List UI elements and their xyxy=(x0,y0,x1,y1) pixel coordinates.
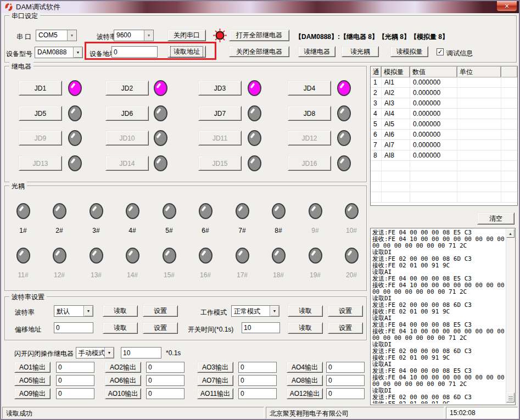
ao7-output-button[interactable]: AO7输出 xyxy=(197,375,233,386)
table-row[interactable]: 2AI20.000000 xyxy=(371,88,517,98)
table-row[interactable]: 4AI40.000000 xyxy=(371,109,517,119)
relay-button-jd13[interactable]: JD13 xyxy=(19,156,62,171)
baud-select[interactable]: 9600 xyxy=(114,30,154,41)
ao11-output-input[interactable] xyxy=(238,388,277,399)
baudrate-set-button[interactable]: 设置 xyxy=(143,305,178,317)
table-row[interactable]: 5AI50.000000 xyxy=(371,119,517,130)
relay-button-jd5[interactable]: JD5 xyxy=(19,106,62,121)
read-relays-button[interactable]: 读继电器 xyxy=(298,46,336,57)
opto-indicator-15 xyxy=(163,248,176,264)
table-row[interactable]: 7AI70.000000 xyxy=(371,140,517,150)
relay-button-jd12[interactable]: JD12 xyxy=(288,131,331,145)
open-all-relays-button[interactable]: 打开全部继电器 xyxy=(229,30,289,41)
relay-button-jd15[interactable]: JD15 xyxy=(198,156,242,171)
relay-button-jd14[interactable]: JD14 xyxy=(105,156,149,171)
app-window: DAM调试软件 ✕ 串口设定 串 口 COM5 波特率 9600 关闭串口 打开 xyxy=(0,0,520,420)
ao4-output-button[interactable]: AO4输出 xyxy=(287,362,323,373)
opto-indicator-8 xyxy=(272,203,286,219)
baudrate-label: 波特率 xyxy=(15,308,35,317)
ao6-output-button[interactable]: AO6输出 xyxy=(105,375,141,386)
ao3-output-input[interactable] xyxy=(238,362,277,373)
ao10-output-button[interactable]: AO10输出 xyxy=(105,388,141,399)
opto-label-18: 18# xyxy=(267,271,289,279)
ao8-output-button[interactable]: AO8输出 xyxy=(287,375,323,386)
device-address-input[interactable] xyxy=(111,46,158,58)
log-scrollbar[interactable] xyxy=(506,229,515,404)
switch-time-set-button[interactable]: 设置 xyxy=(328,322,363,334)
flash-time-input[interactable] xyxy=(121,347,161,359)
chevron-down-icon[interactable] xyxy=(270,306,279,316)
ao9-output-button[interactable]: AO9输出 xyxy=(14,388,51,399)
work-mode-select[interactable]: 正常模式 xyxy=(231,305,279,317)
switch-time-read-button[interactable]: 读取 xyxy=(288,322,323,334)
chevron-down-icon[interactable] xyxy=(67,30,76,41)
chevron-down-icon[interactable] xyxy=(73,47,82,58)
serial-group-label: 串口设定 xyxy=(9,12,40,21)
scrollbar-thumb[interactable] xyxy=(506,393,515,402)
ao5-output-button[interactable]: AO5输出 xyxy=(14,375,51,386)
relay-button-jd6[interactable]: JD6 xyxy=(105,106,149,121)
relay-button-jd8[interactable]: JD8 xyxy=(288,106,331,121)
relay-button-jd3[interactable]: JD3 xyxy=(198,81,242,96)
ao6-output-input[interactable] xyxy=(146,375,184,386)
read-analog-button[interactable]: 读模拟量 xyxy=(390,46,428,57)
relay-button-jd16[interactable]: JD16 xyxy=(288,156,331,171)
relay-button-jd7[interactable]: JD7 xyxy=(198,106,242,121)
ao1-output-input[interactable] xyxy=(56,362,94,373)
read-address-button[interactable]: 读取地址 xyxy=(167,46,206,58)
chevron-down-icon[interactable] xyxy=(144,30,153,41)
ao10-output-input[interactable] xyxy=(146,388,184,399)
ao12-output-input[interactable] xyxy=(326,388,365,399)
close-button[interactable]: ✕ xyxy=(496,1,517,12)
table-row[interactable]: 3AI30.000000 xyxy=(371,98,517,109)
baudrate-read-button[interactable]: 读取 xyxy=(103,305,138,317)
close-serial-button[interactable]: 关闭串口 xyxy=(167,30,206,41)
table-row[interactable]: 1AI10.000000 xyxy=(371,77,517,88)
relay-button-jd10[interactable]: JD10 xyxy=(105,131,149,145)
opto-label-2: 2# xyxy=(48,227,70,234)
read-opto-button[interactable]: 读光耦 xyxy=(342,46,379,57)
opto-group-label: 光耦 xyxy=(9,182,27,191)
table-row[interactable]: 6AI60.000000 xyxy=(371,130,517,140)
ao7-output-input[interactable] xyxy=(238,375,277,386)
chevron-down-icon[interactable] xyxy=(83,306,93,316)
scroll-up-icon[interactable] xyxy=(506,229,515,238)
debug-info-checkbox[interactable]: ✓ xyxy=(437,48,444,55)
opto-label-14: 14# xyxy=(121,271,143,279)
opto-indicator-5 xyxy=(163,203,176,219)
opto-label-13: 13# xyxy=(85,271,107,279)
table-row[interactable]: 8AI80.000000 xyxy=(371,150,517,161)
ao1-output-button[interactable]: AO1输出 xyxy=(14,362,51,373)
offset-set-button[interactable]: 设置 xyxy=(143,322,178,334)
ao4-output-input[interactable] xyxy=(326,362,365,373)
relay-indicator-jd5 xyxy=(68,105,82,121)
ao12-output-button[interactable]: AO12输出 xyxy=(287,388,323,399)
offset-read-button[interactable]: 读取 xyxy=(103,322,138,334)
port-select[interactable]: COM5 xyxy=(36,30,77,41)
ao8-output-input[interactable] xyxy=(326,375,365,386)
ao3-output-button[interactable]: AO3输出 xyxy=(197,362,233,373)
baudrate-select[interactable]: 默认 xyxy=(54,305,93,317)
relay-button-jd2[interactable]: JD2 xyxy=(105,81,149,96)
opto-indicator-7 xyxy=(236,203,249,219)
opto-indicator-20 xyxy=(345,248,359,264)
work-mode-set-button[interactable]: 设置 xyxy=(328,305,363,317)
close-all-relays-button[interactable]: 关闭全部继电器 xyxy=(229,46,289,57)
flash-mode-select[interactable]: 手动模式 xyxy=(76,347,114,359)
ao9-output-input[interactable] xyxy=(56,388,94,399)
relay-button-jd4[interactable]: JD4 xyxy=(288,81,331,96)
ao5-output-input[interactable] xyxy=(56,375,94,386)
offset-address-input[interactable] xyxy=(54,322,93,333)
work-mode-read-button[interactable]: 读取 xyxy=(288,305,323,317)
relay-button-jd1[interactable]: JD1 xyxy=(19,81,62,96)
switch-time-input[interactable] xyxy=(242,322,280,333)
ao2-output-button[interactable]: AO2输出 xyxy=(105,362,141,373)
ao2-output-input[interactable] xyxy=(146,362,184,373)
ao11-output-button[interactable]: AO11输出 xyxy=(197,388,233,399)
clear-log-button[interactable]: 清空 xyxy=(477,212,515,225)
relay-button-jd11[interactable]: JD11 xyxy=(198,131,242,145)
device-model-select[interactable]: DAM0888 xyxy=(35,47,83,58)
chevron-down-icon[interactable] xyxy=(104,348,114,358)
relay-button-jd9[interactable]: JD9 xyxy=(19,131,62,145)
debug-log[interactable]: 发送:FE 04 00 00 00 08 E5 C3 接收:FE 04 10 0… xyxy=(370,228,516,405)
